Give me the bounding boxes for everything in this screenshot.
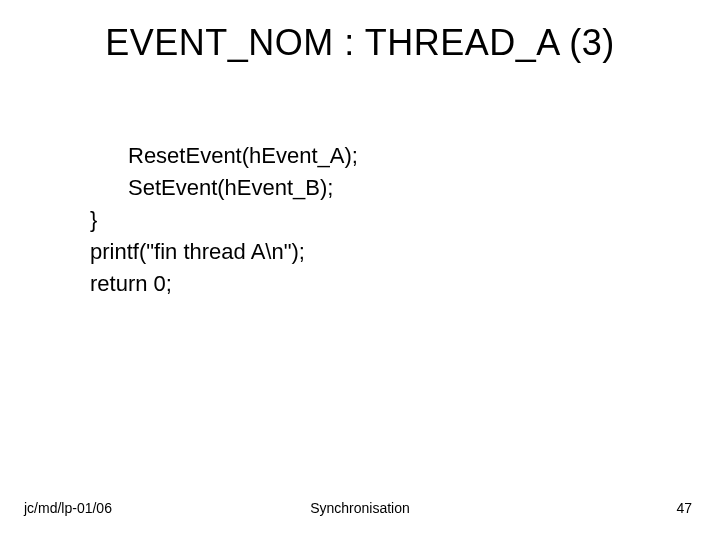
code-line: ResetEvent(hEvent_A); [90,140,358,172]
code-line: printf("fin thread A\n"); [90,239,305,264]
slide-title: EVENT_NOM : THREAD_A (3) [0,22,720,64]
code-block: ResetEvent(hEvent_A); SetEvent(hEvent_B)… [90,140,358,299]
code-line: SetEvent(hEvent_B); [90,172,358,204]
footer-page-number: 47 [676,500,692,516]
code-line: } [90,207,97,232]
slide: EVENT_NOM : THREAD_A (3) ResetEvent(hEve… [0,0,720,540]
footer-center: Synchronisation [0,500,720,516]
code-line: return 0; [90,271,172,296]
